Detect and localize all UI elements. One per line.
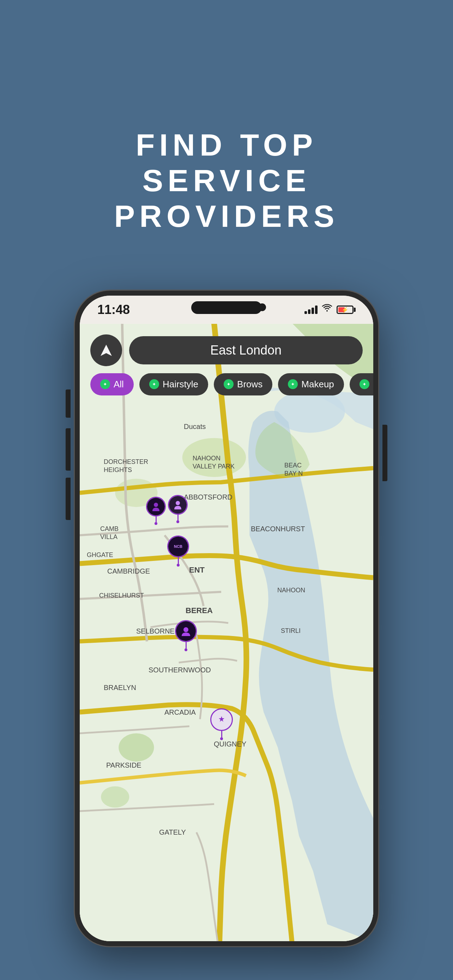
- filter-chip-hairstyle[interactable]: ✦ Hairstyle: [139, 373, 208, 395]
- svg-point-7: [176, 501, 180, 505]
- filter-chip-brows[interactable]: ✦ Brows: [214, 373, 272, 395]
- battery-icon: ⚡: [337, 305, 356, 314]
- filter-chip-na[interactable]: ✦ Na...: [350, 373, 373, 395]
- wifi-icon: [322, 304, 332, 315]
- filter-hairstyle-label: Hairstyle: [163, 379, 198, 390]
- signal-icon: [304, 305, 318, 314]
- hero-section: FIND TOP SERVICE PROVIDERS: [114, 64, 339, 262]
- map-area: Ducats DORCHESTERHEIGHTS NAHOONVALLEY PA…: [80, 324, 373, 941]
- phone-frame: 11:48: [75, 291, 378, 946]
- filter-makeup-label: Makeup: [301, 379, 334, 390]
- front-camera: [258, 303, 266, 311]
- filter-chip-all[interactable]: ✦ All: [90, 373, 134, 395]
- status-icons: ⚡: [304, 304, 356, 315]
- hero-title: FIND TOP SERVICE PROVIDERS: [114, 127, 339, 234]
- location-search-pill[interactable]: East London: [129, 336, 363, 364]
- filter-all-icon: ✦: [100, 379, 110, 389]
- filter-row: ✦ All ✦ Hairstyle ✦ Brows ✦ Makeup ✦ N: [80, 373, 373, 395]
- status-time: 11:48: [97, 302, 130, 317]
- svg-point-5: [101, 786, 129, 808]
- volume-up-button[interactable]: [66, 428, 71, 471]
- map-pin-1[interactable]: [146, 497, 166, 525]
- svg-point-4: [119, 733, 154, 761]
- svg-point-8: [183, 627, 188, 632]
- volume-down-button[interactable]: [66, 478, 71, 520]
- filter-makeup-icon: ✦: [288, 379, 298, 389]
- map-pin-5[interactable]: [210, 708, 233, 740]
- svg-point-2: [183, 438, 246, 477]
- filter-chip-makeup[interactable]: ✦ Makeup: [278, 373, 344, 395]
- phone-mockup: 11:48: [75, 291, 378, 946]
- location-name: East London: [210, 343, 281, 358]
- notch-pill: [191, 301, 262, 314]
- location-button[interactable]: [90, 334, 122, 366]
- filter-hairstyle-icon: ✦: [149, 379, 159, 389]
- map-background: [80, 324, 373, 941]
- volume-mute-button[interactable]: [66, 390, 71, 418]
- filter-brows-icon: ✦: [224, 379, 234, 389]
- search-area: East London: [80, 334, 373, 366]
- filter-na-icon: ✦: [359, 379, 369, 389]
- filter-brows-label: Brows: [237, 379, 262, 390]
- map-pin-2[interactable]: [168, 495, 188, 523]
- power-button[interactable]: [382, 425, 387, 481]
- svg-marker-10: [100, 345, 112, 356]
- map-pin-4[interactable]: [175, 620, 197, 651]
- svg-point-6: [154, 503, 158, 507]
- filter-all-label: All: [114, 379, 124, 390]
- location-arrow-icon: [99, 343, 113, 357]
- status-bar: 11:48: [80, 296, 373, 324]
- map-pin-3[interactable]: NCB: [167, 536, 189, 566]
- filter-na-label: Na...: [373, 379, 373, 390]
